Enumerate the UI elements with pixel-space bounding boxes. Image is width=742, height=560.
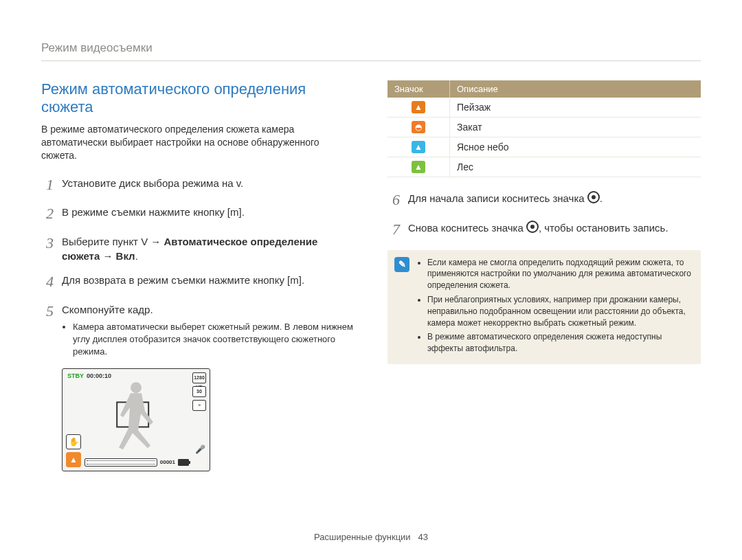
resolution-icon: 1280 HD	[192, 372, 206, 383]
fps-icon: 30	[192, 386, 206, 397]
step-number: 5	[41, 301, 54, 359]
record-icon	[587, 191, 600, 203]
svg-point-0	[131, 382, 142, 393]
text: ].	[239, 206, 245, 218]
camera-time: 00:00:10	[87, 372, 111, 379]
text: ].	[299, 274, 304, 286]
step-number: 4	[41, 271, 54, 293]
table-desc-cell: Закат	[450, 117, 701, 137]
text: Выберите пункт	[62, 236, 141, 247]
step-number: 1	[41, 175, 54, 196]
step-5-bullet: Камера автоматически выберет сюжетный ре…	[73, 321, 355, 359]
table-icon-cell: ▲	[387, 157, 450, 177]
record-icon	[526, 221, 539, 233]
camera-counter: 00001	[160, 459, 175, 465]
scene-icon-table: Значок Описание ▲Пейзаж◓Закат▲Ясное небо…	[387, 80, 701, 177]
menu-icon: ≡	[192, 400, 206, 411]
focus-box-icon	[116, 401, 149, 427]
note-item: При неблагоприятных условиях, например п…	[427, 294, 693, 328]
breadcrumb: Режим видеосъемки	[41, 41, 701, 55]
note-box: ✎ Если камера не смогла определить подхо…	[387, 250, 701, 364]
step-number: 7	[387, 219, 400, 240]
mi-clearsky-icon: ▲	[412, 141, 425, 153]
table-desc-cell: Ясное небо	[450, 137, 701, 157]
video-menu-marker: V	[141, 236, 148, 247]
step-number: 3	[41, 233, 54, 263]
section-title: Режим автоматического определения сюжета	[41, 80, 355, 116]
scene-mode-icon: ▲	[66, 452, 81, 467]
footer-section: Расширенные функции	[314, 532, 411, 542]
page-number: 43	[418, 532, 427, 542]
mic-icon: 🎤	[195, 445, 205, 454]
stabilizer-icon: ✋	[66, 434, 81, 449]
step-6: Для начала записи коснитесь значка .	[408, 191, 701, 211]
step-number: 2	[41, 203, 54, 225]
table-row: ▲Пейзаж	[387, 98, 701, 117]
arrow-icon: →	[148, 236, 164, 247]
mi-forest-icon: ▲	[412, 161, 425, 173]
menu-value: Вкл	[116, 250, 135, 262]
table-row: ◓Закат	[387, 117, 701, 137]
text: Скомпонуйте кадр.	[62, 304, 153, 315]
arrow-icon: →	[100, 250, 115, 262]
right-column: Значок Описание ▲Пейзаж◓Закат▲Ясное небо…	[387, 80, 701, 364]
table-desc-cell: Лес	[450, 157, 701, 177]
table-row: ▲Лес	[387, 157, 701, 177]
table-header-desc: Описание	[450, 80, 701, 98]
text: , чтобы остановить запись.	[539, 222, 668, 234]
zoom-bar	[85, 458, 157, 467]
left-column: Режим автоматического определения сюжета…	[41, 80, 355, 471]
text: Установите диск выбора режима на	[62, 177, 236, 189]
note-info-icon: ✎	[394, 257, 409, 272]
table-desc-cell: Пейзаж	[450, 98, 701, 117]
menu-button-marker: m	[230, 206, 239, 218]
camera-status: STBY	[67, 372, 84, 379]
step-1: Установите диск выбора режима на v.	[62, 176, 355, 196]
camera-preview-illustration: STBY 00:00:10 1280 HD 30 ≡ ✋ ▲ 🎤	[62, 368, 210, 471]
table-icon-cell: ▲	[387, 137, 450, 157]
text: .	[135, 250, 138, 262]
text: Для возврата в режим съемки нажмите кноп…	[62, 274, 290, 286]
mi-landscape-icon: ▲	[412, 101, 425, 113]
step-4: Для возврата в режим съемки нажмите кноп…	[62, 273, 355, 293]
text: .	[240, 177, 243, 189]
mi-sunset-icon: ◓	[412, 121, 425, 133]
divider	[41, 60, 701, 61]
page-footer: Расширенные функции 43	[0, 532, 742, 542]
intro-paragraph: В режиме автоматического определения сюж…	[41, 123, 355, 162]
table-icon-cell: ◓	[387, 117, 450, 137]
step-number: 6	[387, 190, 400, 211]
step-2: В режиме съемки нажмите кнопку [m].	[62, 205, 355, 225]
step-5: Скомпонуйте кадр. Камера автоматически в…	[62, 302, 355, 359]
step-3: Выберите пункт V → Автоматическое опреде…	[62, 234, 355, 263]
text: В режиме съемки нажмите кнопку [	[62, 206, 230, 218]
text: Для начала записи коснитесь значка	[408, 192, 587, 204]
table-header-icon: Значок	[387, 80, 450, 98]
note-item: Если камера не смогла определить подходя…	[427, 257, 693, 291]
text: Снова коснитесь значка	[408, 222, 526, 234]
table-row: ▲Ясное небо	[387, 137, 701, 157]
note-item: В режиме автоматического определения сюж…	[427, 331, 693, 355]
table-icon-cell: ▲	[387, 98, 450, 117]
battery-icon	[178, 459, 189, 466]
text: .	[600, 192, 603, 204]
menu-button-marker: m	[290, 274, 299, 286]
step-7: Снова коснитесь значка , чтобы остановит…	[408, 221, 701, 240]
